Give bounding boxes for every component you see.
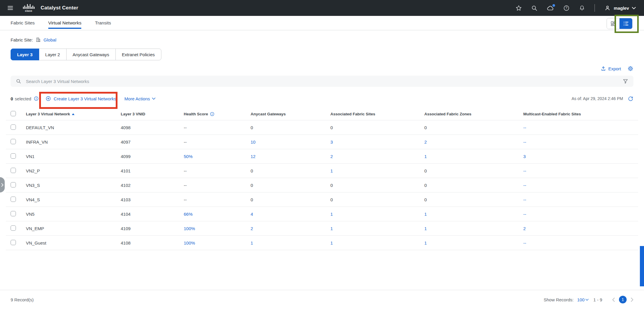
search-icon[interactable] <box>531 5 537 11</box>
column-header-virtual-network[interactable]: Layer 3 Virtual Network <box>20 108 115 120</box>
table-toolbar: 0 selected Create Layer 3 Virtual Networ… <box>11 94 633 103</box>
cell-associated-fabric-zones[interactable]: 2 <box>418 135 517 149</box>
cell-anycast-gateways: 0 <box>245 164 325 178</box>
list-view-button[interactable] <box>620 18 632 29</box>
cell-multicast-fabric-sites[interactable]: 3 <box>517 149 638 164</box>
grid-view-button[interactable] <box>607 18 620 29</box>
cell-anycast-gateways[interactable]: 2 <box>245 221 325 236</box>
page-number-button[interactable]: 1 <box>619 296 627 303</box>
column-header-vnid[interactable]: Layer 3 VNID <box>115 108 178 120</box>
table-row: VN_EMP 4109 100% 2 1 1 2 <box>6 221 638 236</box>
menu-icon[interactable] <box>7 5 14 11</box>
cell-associated-fabric-sites[interactable]: 3 <box>325 135 418 149</box>
row-checkbox[interactable] <box>11 182 16 187</box>
cell-vnid: 4098 <box>115 120 178 135</box>
refresh-icon[interactable] <box>628 96 633 102</box>
chevron-down-icon <box>152 97 155 100</box>
cell-health-score[interactable]: 50% <box>178 149 245 164</box>
more-actions-button[interactable]: More Actions <box>125 96 156 101</box>
bell-icon[interactable] <box>579 5 585 11</box>
row-checkbox[interactable] <box>11 124 16 130</box>
segment-layer-2[interactable]: Layer 2 <box>39 49 67 60</box>
app-header: cisco Catalyst Center ? maglev <box>0 0 644 16</box>
cell-multicast-fabric-sites[interactable]: -- <box>517 192 638 207</box>
cell-associated-fabric-sites[interactable]: 1 <box>325 207 418 221</box>
table-row: VN2_P 4101 -- 0 1 0 -- <box>6 164 638 178</box>
gear-icon[interactable] <box>628 66 633 72</box>
cell-multicast-fabric-sites[interactable]: 2 <box>517 221 638 236</box>
cell-health-score[interactable]: 66% <box>178 207 245 221</box>
selected-label: selected <box>15 96 31 101</box>
view-toggle <box>607 18 633 29</box>
prev-page-button[interactable] <box>612 298 615 302</box>
cell-multicast-fabric-sites[interactable]: -- <box>517 164 638 178</box>
next-page-button[interactable] <box>631 298 633 302</box>
segment-anycast-gateways[interactable]: Anycast Gateways <box>66 49 116 60</box>
segment-extranet-policies[interactable]: Extranet Policies <box>115 49 161 60</box>
panel-expand-chevron-icon <box>1 183 4 187</box>
select-all-checkbox[interactable] <box>11 111 16 116</box>
selected-info-icon[interactable] <box>34 96 39 101</box>
cell-health-score[interactable]: 100% <box>178 236 245 250</box>
column-header-health-score[interactable]: Health Score <box>178 108 245 120</box>
cell-associated-fabric-sites[interactable]: 1 <box>325 236 418 250</box>
export-button[interactable]: Export <box>601 66 621 71</box>
create-layer3-vn-button[interactable]: Create Layer 3 Virtual Networks <box>46 96 116 101</box>
cell-health-score[interactable]: 100% <box>178 221 245 236</box>
svg-text:cisco: cisco <box>25 9 32 12</box>
cell-associated-fabric-zones: 0 <box>418 164 517 178</box>
cell-associated-fabric-sites[interactable]: 1 <box>325 164 418 178</box>
tab-fabric-sites[interactable]: Fabric Sites <box>11 16 35 30</box>
filter-funnel-icon[interactable] <box>623 79 628 84</box>
cell-anycast-gateways[interactable]: 4 <box>245 207 325 221</box>
cell-associated-fabric-sites[interactable]: 2 <box>325 149 418 164</box>
row-checkbox[interactable] <box>11 153 16 159</box>
segment-layer-3[interactable]: Layer 3 <box>11 49 39 60</box>
row-checkbox[interactable] <box>11 168 16 173</box>
table-footer: 9 Record(s) Show Records: 100 1 - 9 1 <box>0 290 644 309</box>
page-size-select[interactable]: 100 <box>577 297 589 302</box>
health-score-info-icon[interactable] <box>210 112 214 116</box>
column-header-associated-fabric-zones[interactable]: Associated Fabric Zones <box>418 108 517 120</box>
cell-anycast-gateways[interactable]: 12 <box>245 149 325 164</box>
cell-multicast-fabric-sites[interactable]: -- <box>517 207 638 221</box>
cell-anycast-gateways[interactable]: 1 <box>245 236 325 250</box>
vertical-scrollbar-thumb[interactable] <box>640 246 644 286</box>
column-header-anycast-gateways[interactable]: Anycast Gateways <box>245 108 325 120</box>
cell-associated-fabric-zones[interactable]: 1 <box>418 149 517 164</box>
cell-multicast-fabric-sites[interactable]: -- <box>517 236 638 250</box>
row-checkbox[interactable] <box>11 225 16 231</box>
search-input[interactable] <box>25 79 623 84</box>
fabric-site-global-link[interactable]: Global <box>44 37 56 42</box>
cell-multicast-fabric-sites[interactable]: -- <box>517 135 638 149</box>
chevron-down-icon <box>632 7 636 9</box>
header-actions: ? maglev <box>516 4 636 12</box>
star-icon[interactable] <box>516 5 522 11</box>
panel-expand-handle[interactable] <box>0 177 5 192</box>
cell-associated-fabric-sites[interactable]: 1 <box>325 221 418 236</box>
tab-virtual-networks[interactable]: Virtual Networks <box>48 16 82 30</box>
user-menu[interactable]: maglev <box>604 5 636 11</box>
cell-multicast-fabric-sites[interactable]: -- <box>517 178 638 192</box>
cell-associated-fabric-zones[interactable]: 1 <box>418 236 517 250</box>
cell-associated-fabric-zones[interactable]: 1 <box>418 207 517 221</box>
cloud-icon[interactable] <box>547 5 554 11</box>
as-of-timestamp: As of: Apr 29, 2024 2:46 PM <box>572 96 623 101</box>
tab-transits[interactable]: Transits <box>95 16 111 30</box>
row-checkbox[interactable] <box>11 211 16 216</box>
row-checkbox-cell <box>6 164 20 178</box>
row-checkbox[interactable] <box>11 139 16 144</box>
row-checkbox[interactable] <box>11 197 16 202</box>
table-row: VN4_S 4103 -- 0 0 0 -- <box>6 192 638 207</box>
column-header-associated-fabric-sites[interactable]: Associated Fabric Sites <box>325 108 418 120</box>
row-checkbox[interactable] <box>11 240 16 245</box>
plus-circle-icon <box>46 96 51 101</box>
search-bar <box>11 76 633 87</box>
cell-anycast-gateways[interactable]: 10 <box>245 135 325 149</box>
row-checkbox-cell <box>6 120 20 135</box>
cell-multicast-fabric-sites[interactable]: -- <box>517 120 638 135</box>
cell-associated-fabric-zones[interactable]: 1 <box>418 221 517 236</box>
chevron-left-icon <box>612 298 615 302</box>
column-header-multicast-fabric-sites[interactable]: Multicast-Enabled Fabric Sites <box>517 108 638 120</box>
help-icon[interactable]: ? <box>563 5 569 11</box>
